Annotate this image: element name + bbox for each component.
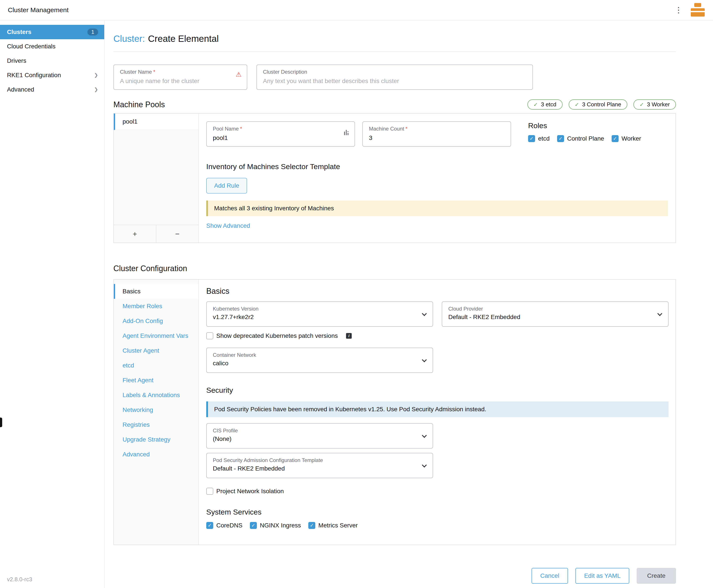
required-mark: * [405,126,407,132]
create-button[interactable]: Create [637,568,676,584]
tab-cluster-agent[interactable]: Cluster Agent [114,343,199,358]
sidebar-item-rke1-configuration[interactable]: RKE1 Configuration ❯ [0,68,104,82]
cluster-name-field[interactable]: Cluster Name* ⚠ [114,64,247,90]
service-checkbox-nginx-ingress[interactable]: ✓ NGINX Ingress [250,522,301,529]
roles-checkboxes: ✓ etcd ✓ Control Plane ✓ Worker [528,135,641,142]
pool-name-bars-icon[interactable] [344,129,350,137]
container-network-value: calico [213,360,427,367]
cluster-meta-fields: Cluster Name* ⚠ Cluster Description [114,64,676,90]
edit-yaml-button[interactable]: Edit as YAML [575,568,629,584]
tab-networking[interactable]: Networking [114,402,199,417]
required-mark: * [153,69,155,75]
checkbox-checked-icon: ✓ [557,135,564,142]
cloud-provider-label: Cloud Provider [448,306,662,312]
role-checkbox-control-plane[interactable]: ✓ Control Plane [557,135,604,142]
config-tab-content: Basics Kubernetes Version v1.27.7+rke2r2… [199,280,676,545]
page-title-prefix: Cluster: [114,34,145,44]
cluster-description-field[interactable]: Cluster Description [257,64,533,90]
tab-upgrade-strategy[interactable]: Upgrade Strategy [114,432,199,447]
psa-template-label: Pod Security Admission Configuration Tem… [213,457,427,463]
role-count-badges: ✓ 3 etcd ✓ 3 Control Plane ✓ 3 Worker [527,99,676,110]
tab-add-on-config[interactable]: Add-On Config [114,314,199,329]
cluster-description-input[interactable] [263,78,526,85]
chevron-right-icon: ❯ [94,87,98,92]
left-edge-notch [0,418,2,427]
top-header: Cluster Management ⋮ [0,0,713,20]
add-rule-button[interactable]: Add Rule [206,178,247,193]
config-tab-nav: Basics Member Roles Add-On Config Agent … [114,280,199,545]
pool-name-field[interactable]: Pool Name* [206,121,355,147]
machine-count-input[interactable] [369,134,505,142]
cluster-name-input[interactable] [120,78,241,85]
cis-profile-label: CIS Profile [213,427,427,434]
tab-etcd[interactable]: etcd [114,358,199,373]
chevron-right-icon: ❯ [94,72,98,78]
sidebar-item-label: Clusters [7,28,32,36]
worker-count-badge: ✓ 3 Worker [633,99,676,110]
pool-name-input[interactable] [213,134,348,142]
pool-list-spacer [114,130,199,225]
pool-name-label: Pool Name* [213,126,348,132]
psa-template-value: Default - RKE2 Embedded [213,465,427,472]
checkbox-checked-icon: ✓ [206,522,213,529]
control-plane-count-badge: ✓ 3 Control Plane [569,99,627,110]
project-network-isolation-checkbox[interactable]: Project Network Isolation [206,488,284,495]
machine-count-field[interactable]: Machine Count* [362,121,511,147]
show-advanced-link[interactable]: Show Advanced [206,222,250,229]
tab-registries[interactable]: Registries [114,417,199,432]
warning-icon: ⚠ [236,70,242,78]
sidebar-item-label: Advanced [7,86,34,93]
checkbox-checked-icon: ✓ [250,522,257,529]
kebab-menu-icon[interactable]: ⋮ [675,6,683,14]
remove-pool-button[interactable]: − [156,225,199,243]
cis-profile-select[interactable]: CIS Profile (None) [206,423,433,448]
check-icon: ✓ [575,102,579,108]
version-label: v2.8.0-rc3 [7,576,32,583]
inventory-selector-heading: Inventory of Machines Selector Template [206,162,668,171]
header-actions: ⋮ [675,2,706,18]
app-shell: Clusters 1 Cloud Credentials Drivers RKE… [0,20,713,588]
tab-labels-annotations[interactable]: Labels & Annotations [114,388,199,402]
info-icon[interactable]: i [346,333,352,339]
tab-basics[interactable]: Basics [114,284,199,299]
cancel-button[interactable]: Cancel [532,568,568,584]
page-title: Cluster:Create Elemental [114,34,676,44]
rancher-logo-icon[interactable] [690,2,706,18]
sidebar-item-cloud-credentials[interactable]: Cloud Credentials [0,39,104,54]
cluster-configuration-card: Basics Member Roles Add-On Config Agent … [114,279,676,545]
role-checkbox-etcd[interactable]: ✓ etcd [528,135,550,142]
deprecated-versions-row: Show deprecated Kubernetes patch version… [206,332,669,339]
machine-count-label: Machine Count* [369,126,505,132]
machine-pools-card: pool1 + − Pool Name* [114,113,676,243]
divider [114,51,676,52]
cluster-name-label: Cluster Name* [120,69,241,75]
psa-template-select[interactable]: Pod Security Admission Configuration Tem… [206,453,433,478]
sidebar-item-label: Cloud Credentials [7,43,56,50]
app-title: Cluster Management [8,6,68,14]
tab-agent-environment-vars[interactable]: Agent Environment Vars [114,329,199,343]
sidebar-item-label: Drivers [7,57,26,64]
required-mark: * [240,126,242,132]
service-checkbox-metrics-server[interactable]: ✓ Metrics Server [308,522,358,529]
container-network-select[interactable]: Container Network calico [206,348,433,373]
cloud-provider-select[interactable]: Cloud Provider Default - RKE2 Embedded [442,301,669,327]
pool-tab-pool1[interactable]: pool1 [114,113,199,130]
pool-detail: Pool Name* Machine Count* [199,113,675,243]
add-pool-button[interactable]: + [114,225,156,243]
service-checkbox-coredns[interactable]: ✓ CoreDNS [206,522,242,529]
machine-pools-header: Machine Pools ✓ 3 etcd ✓ 3 Control Plane… [114,99,676,110]
tab-fleet-agent[interactable]: Fleet Agent [114,373,199,388]
deprecated-versions-checkbox[interactable]: Show deprecated Kubernetes patch version… [206,332,338,339]
action-bar: Cancel Edit as YAML Create [105,564,713,588]
sidebar-item-clusters[interactable]: Clusters 1 [0,25,104,39]
check-icon: ✓ [533,102,538,108]
pool-list-actions: + − [114,225,199,243]
sidebar-item-drivers[interactable]: Drivers [0,54,104,68]
cluster-description-label: Cluster Description [263,69,526,75]
role-checkbox-worker[interactable]: ✓ Worker [612,135,641,142]
kubernetes-version-select[interactable]: Kubernetes Version v1.27.7+rke2r2 [206,301,433,327]
pool-tab-label: pool1 [123,118,138,125]
sidebar-item-advanced[interactable]: Advanced ❯ [0,82,104,97]
tab-member-roles[interactable]: Member Roles [114,299,199,314]
tab-advanced[interactable]: Advanced [114,447,199,462]
